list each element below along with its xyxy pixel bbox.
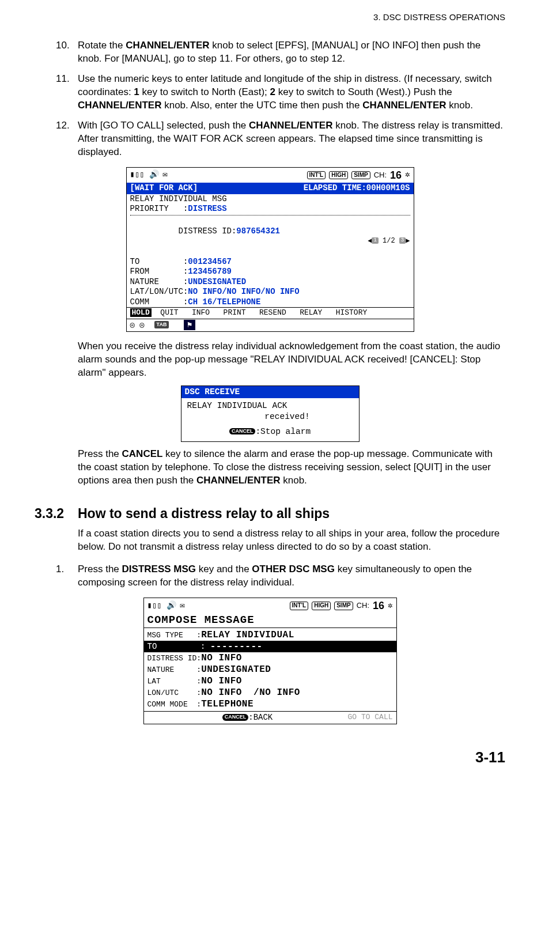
device-row: RELAY INDIVIDUAL MSG <box>130 194 410 205</box>
device-status-bar: ▮▯▯ 🔊 ✉ INT'L HIGH SIMP CH: 16 ✲ <box>127 168 414 183</box>
device-row: COMM :CH 16/TELEPHONE <box>130 297 410 308</box>
device-row: FROM :123456789 <box>130 267 410 277</box>
band-left: [WAIT FOR ACK] <box>130 183 198 194</box>
section-intro: If a coast station directs you to send a… <box>78 527 505 554</box>
compose-row: LAT :NO INFO <box>147 675 393 687</box>
step-list-b: 1. Press the DISTRESS MSG key and the OT… <box>78 563 505 589</box>
page: 3. DSC DISTRESS OPERATIONS 10. Rotate th… <box>0 0 560 791</box>
compose-row: MSG TYPE :RELAY INDIVIDUAL <box>147 629 393 641</box>
device-status-bar: ▮▯▯ 🔊 ✉ INT'L HIGH SIMP CH: 16 ✲ <box>144 598 396 614</box>
compose-row: LON/UTC :NO INFO /NO INFO <box>147 687 393 698</box>
step-text: Use the numeric keys to enter latitude a… <box>78 73 492 111</box>
compose-row: NATURE :UNDESIGNATED <box>147 664 393 675</box>
paragraph: Press the CANCEL key to silence the alar… <box>78 448 505 487</box>
step-number: 11. <box>56 73 70 86</box>
step-12: 12. With [GO TO CALL] selected, push the… <box>78 119 505 159</box>
mail-icon: ✉ <box>162 170 167 180</box>
menu-item: RELAY <box>300 308 322 317</box>
cancel-badge-icon: CANCEL <box>229 428 256 434</box>
menu-item: INFO <box>192 308 210 317</box>
compose-row: COMM MODE :TELEPHONE <box>147 698 393 710</box>
mode-pill: HIGH <box>329 171 348 180</box>
channel-value: 16 <box>373 599 384 613</box>
running-head: 3. DSC DISTRESS OPERATIONS <box>35 12 505 23</box>
menu-item: QUIT <box>160 308 178 317</box>
device-screen: ▮▯▯ 🔊 ✉ INT'L HIGH SIMP CH: 16 ✲ COMPOSE… <box>143 598 397 724</box>
menu-item: RESEND <box>259 308 286 317</box>
knob-icon: ◎ ◎ <box>130 320 145 330</box>
menu-item-selected: HOLD <box>130 308 152 317</box>
mode-pill: SIMP <box>334 602 353 610</box>
compose-title: COMPOSE MESSAGE <box>144 614 396 628</box>
channel-label: CH: <box>357 601 369 610</box>
step-number: 12. <box>56 119 70 133</box>
popup-hint: CANCEL:Stop alarm <box>187 426 353 437</box>
step-number: 10. <box>56 39 70 52</box>
channel-label: CH: <box>374 171 387 180</box>
step-list-a: 10. Rotate the CHANNEL/ENTER knob to sel… <box>78 39 505 159</box>
busy-icon: ✲ <box>388 601 392 611</box>
flag-icon: ⚑ <box>184 320 195 330</box>
signal-icon: ▮▯▯ 🔊 <box>130 170 160 180</box>
step-text: With [GO TO CALL] selected, push the CHA… <box>78 120 503 157</box>
step-number: 1. <box>56 563 64 576</box>
page-number: 3-11 <box>35 747 505 768</box>
figure-compose-message: ▮▯▯ 🔊 ✉ INT'L HIGH SIMP CH: 16 ✲ COMPOSE… <box>35 598 505 724</box>
paragraph: When you receive the distress relay indi… <box>78 340 505 380</box>
busy-icon: ✲ <box>405 170 410 180</box>
section-heading: 3.3.2How to send a distress relay to all… <box>35 505 505 523</box>
figure-wait-for-ack: ▮▯▯ 🔊 ✉ INT'L HIGH SIMP CH: 16 ✲ [WAIT F… <box>35 167 505 332</box>
mail-icon: ✉ <box>180 601 184 611</box>
device-menu-bar: HOLD QUIT INFO PRINT RESEND RELAY HISTOR… <box>127 307 414 319</box>
device-screen: ▮▯▯ 🔊 ✉ INT'L HIGH SIMP CH: 16 ✲ [WAIT F… <box>126 167 414 332</box>
popup-line: received! <box>187 411 353 422</box>
mode-pill: HIGH <box>312 602 331 610</box>
menu-item: HISTORY <box>336 308 368 317</box>
device-row: DISTRESS ID:987654321 ◀1 1/2 3▶ <box>130 217 410 257</box>
device-row: PRIORITY :DISTRESS <box>130 204 410 214</box>
device-row: NATURE :UNDESIGNATED <box>130 277 410 288</box>
mode-pill: INT'L <box>307 171 326 180</box>
footer-goto: GO TO CALL <box>347 713 392 722</box>
step-1: 1. Press the DISTRESS MSG key and the OT… <box>78 563 505 589</box>
step-10: 10. Rotate the CHANNEL/ENTER knob to sel… <box>78 39 505 66</box>
device-title-band: [WAIT FOR ACK] ELAPSED TIME:00H00M10S <box>127 183 414 194</box>
step-text: Press the DISTRESS MSG key and the OTHER… <box>78 564 472 588</box>
popup-line: RELAY INDIVIDUAL ACK <box>187 400 353 411</box>
popup-title: DSC RECEIVE <box>181 386 359 399</box>
divider-dotted <box>130 215 410 216</box>
device-row: TO :001234567 <box>130 257 410 267</box>
band-right: ELAPSED TIME:00H00M10S <box>304 183 410 194</box>
step-11: 11. Use the numeric keys to enter latitu… <box>78 73 505 112</box>
section-number: 3.3.2 <box>35 505 78 523</box>
page-indicator: ◀1 1/2 3▶ <box>368 237 410 245</box>
mode-pill: SIMP <box>351 171 370 180</box>
channel-value: 16 <box>390 169 402 182</box>
compose-footer: CANCEL:BACK GO TO CALL <box>144 711 396 724</box>
tab-badge: TAB <box>154 321 169 328</box>
mode-pill: INT'L <box>290 602 309 610</box>
device-body: RELAY INDIVIDUAL MSG PRIORITY :DISTRESS … <box>127 194 414 308</box>
figure-popup: DSC RECEIVE RELAY INDIVIDUAL ACK receive… <box>181 385 360 442</box>
compose-row-selected: TO : --------- <box>144 641 396 652</box>
device-footer: ◎ ◎ TAB ⚑ <box>127 319 414 332</box>
footer-back: CANCEL:BACK <box>222 713 273 723</box>
signal-icon: ▮▯▯ 🔊 <box>147 601 177 611</box>
menu-item: PRINT <box>224 308 246 317</box>
section-title-text: How to send a distress relay to all ship… <box>78 506 330 521</box>
cancel-badge-icon: CANCEL <box>222 714 249 720</box>
compose-body: MSG TYPE :RELAY INDIVIDUAL TO : --------… <box>144 628 396 711</box>
compose-row: DISTRESS ID:NO INFO <box>147 652 393 664</box>
device-row: LAT/LON/UTC:NO INFO/NO INFO/NO INFO <box>130 287 410 297</box>
popup-body: RELAY INDIVIDUAL ACK received! CANCEL:St… <box>181 398 359 441</box>
step-text: Rotate the CHANNEL/ENTER knob to select … <box>78 40 480 64</box>
